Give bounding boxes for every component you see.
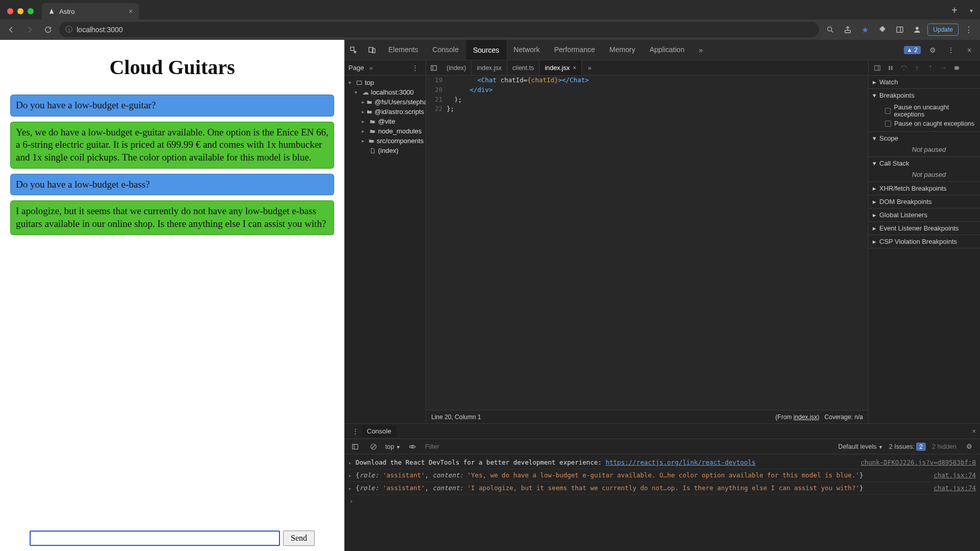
devtools-settings-icon[interactable]: ⚙	[926, 43, 939, 57]
profile-icon[interactable]	[910, 22, 924, 37]
dom-breakpoints-section[interactable]: ▸DOM Breakpoints	[869, 195, 980, 208]
reload-button[interactable]	[41, 22, 55, 37]
tabs-dropdown-icon[interactable]: ▾	[966, 7, 977, 19]
issues-indicator[interactable]: 2 Issues: 2	[889, 443, 926, 451]
more-tabs-icon[interactable]: »	[692, 40, 710, 60]
filetree-top[interactable]: ▾top	[344, 78, 426, 87]
more-editor-tabs-icon[interactable]: »	[582, 60, 597, 75]
console-tab[interactable]: Console	[362, 425, 396, 437]
drawer-menu-icon[interactable]: ⋮	[348, 425, 362, 438]
pause-script-icon[interactable]	[885, 62, 896, 74]
editor-tab[interactable]: index.jsx×	[540, 60, 582, 75]
step-out-icon[interactable]	[925, 62, 936, 74]
console-settings-icon[interactable]: ⚙	[963, 440, 976, 453]
scope-section[interactable]: ▾Scope	[869, 132, 980, 145]
clear-console-icon[interactable]	[367, 440, 380, 453]
svg-point-0	[828, 27, 832, 31]
share-icon[interactable]	[841, 22, 855, 37]
devtools-menu-icon[interactable]: ⋮	[944, 43, 958, 57]
filetree-folder[interactable]: ▸@fs/Users/stepha	[344, 97, 426, 107]
console-source-link[interactable]: chat.jsx:74	[929, 471, 976, 480]
xhr-breakpoints-section[interactable]: ▸XHR/fetch Breakpoints	[869, 182, 980, 195]
console-filter-input[interactable]	[424, 443, 833, 451]
close-window-icon[interactable]	[7, 8, 13, 14]
extensions-icon[interactable]	[875, 22, 890, 37]
new-tab-button[interactable]: +	[947, 5, 962, 19]
navigator-tab[interactable]: Page	[348, 64, 364, 72]
console-source-link[interactable]: chunk-DFKOJ226.js?v=d89583bf:8	[856, 458, 976, 467]
close-editor-tab-icon[interactable]: ×	[573, 64, 576, 72]
svg-point-17	[930, 70, 931, 71]
toggle-sidebar-icon[interactable]	[872, 62, 883, 74]
maximize-window-icon[interactable]	[28, 8, 34, 14]
issues-badge[interactable]: 2	[904, 46, 921, 54]
navigator-menu-icon[interactable]: ⋮	[408, 61, 422, 75]
filetree-folder[interactable]: ▸@vite	[344, 117, 426, 126]
inspect-element-icon[interactable]	[344, 40, 363, 60]
devtools-tab-performance[interactable]: Performance	[547, 40, 602, 60]
breakpoints-section[interactable]: ▾Breakpoints	[869, 89, 980, 102]
sidepanel-icon[interactable]	[893, 22, 907, 37]
filetree-folder[interactable]: ▸src/components	[344, 136, 426, 146]
console-log-entry[interactable]: ▸{role: 'assistant', content: 'I apologi…	[348, 482, 976, 495]
console-link[interactable]: https://reactjs.org/link/react-devtools	[605, 458, 756, 466]
console-source-link[interactable]: chat.jsx:74	[929, 484, 976, 493]
filetree-host[interactable]: ▾☁localhost:3000	[344, 87, 426, 97]
console-output[interactable]: ▸Download the React DevTools for a bette…	[344, 454, 980, 551]
event-listener-breakpoints-section[interactable]: ▸Event Listener Breakpoints	[869, 222, 980, 235]
console-log-entry[interactable]: ▸Download the React DevTools for a bette…	[348, 456, 976, 469]
chrome-menu-icon[interactable]: ⋮	[962, 22, 976, 37]
filetree-file[interactable]: (index)	[344, 146, 426, 155]
close-tab-icon[interactable]: ×	[129, 8, 133, 15]
forward-button[interactable]	[22, 22, 37, 37]
more-tabs-icon[interactable]: »	[369, 64, 372, 72]
global-listeners-section[interactable]: ▸Global Listeners	[869, 209, 980, 221]
console-prompt[interactable]: ›	[348, 495, 976, 508]
devtools-tab-application[interactable]: Application	[642, 40, 692, 60]
breakpoint-option[interactable]: Pause on caught exceptions	[880, 119, 978, 128]
step-over-icon[interactable]	[898, 62, 909, 74]
back-button[interactable]	[4, 22, 18, 37]
log-levels-select[interactable]: Default levels ▼	[838, 443, 882, 450]
close-drawer-icon[interactable]: ×	[972, 427, 976, 435]
step-icon[interactable]	[938, 62, 949, 74]
send-button[interactable]: Send	[283, 531, 315, 546]
csp-violation-breakpoints-section[interactable]: ▸CSP Violation Breakpoints	[869, 235, 980, 248]
bookmark-star-icon[interactable]: ★	[858, 22, 872, 37]
devtools-tab-network[interactable]: Network	[506, 40, 547, 60]
console-log-entry[interactable]: ▸{role: 'assistant', content: 'Yes, we d…	[348, 469, 976, 482]
device-toolbar-icon[interactable]	[363, 40, 381, 60]
devtools-close-icon[interactable]: ×	[963, 43, 976, 57]
devtools-tab-elements[interactable]: Elements	[381, 40, 425, 60]
console-context-select[interactable]: top ▼	[385, 443, 401, 450]
chat-input[interactable]	[30, 531, 280, 546]
live-expression-icon[interactable]	[406, 440, 419, 453]
watch-section[interactable]: ▸Watch	[869, 76, 980, 88]
address-bar[interactable]: ⓘ localhost:3000	[59, 22, 819, 37]
browser-tab[interactable]: Astro ×	[42, 3, 139, 19]
hidden-count[interactable]: 2 hidden	[932, 443, 956, 450]
deactivate-breakpoints-icon[interactable]	[951, 62, 963, 74]
editor-tab[interactable]: (index)	[441, 60, 472, 75]
zoom-icon[interactable]	[823, 22, 837, 37]
devtools-tab-console[interactable]: Console	[425, 40, 465, 60]
code-editor[interactable]: 19 <Chat chatId={chatId}></Chat>20 </div…	[426, 76, 868, 410]
devtools: ElementsConsoleSourcesNetworkPerformance…	[344, 40, 980, 551]
filetree-folder[interactable]: ▸node_modules	[344, 126, 426, 136]
site-info-icon[interactable]: ⓘ	[65, 25, 73, 34]
update-button[interactable]: Update	[927, 24, 959, 36]
filetree-folder[interactable]: ▸@id/astro:scripts	[344, 107, 426, 117]
svg-line-21	[372, 445, 376, 448]
breakpoint-option[interactable]: Pause on uncaught exceptions	[880, 103, 978, 119]
console-sidebar-icon[interactable]	[348, 440, 362, 453]
callstack-section[interactable]: ▾Call Stack	[869, 157, 980, 170]
toggle-navigator-icon[interactable]	[426, 60, 441, 75]
devtools-tab-sources[interactable]: Sources	[466, 40, 506, 60]
browser-tabstrip: Astro × + ▾	[0, 0, 980, 19]
step-into-icon[interactable]	[912, 62, 923, 74]
devtools-tabs: ElementsConsoleSourcesNetworkPerformance…	[344, 40, 980, 60]
devtools-tab-memory[interactable]: Memory	[602, 40, 643, 60]
minimize-window-icon[interactable]	[17, 8, 24, 14]
editor-tab[interactable]: index.jsx	[472, 60, 507, 75]
editor-tab[interactable]: client.ts	[507, 60, 540, 75]
